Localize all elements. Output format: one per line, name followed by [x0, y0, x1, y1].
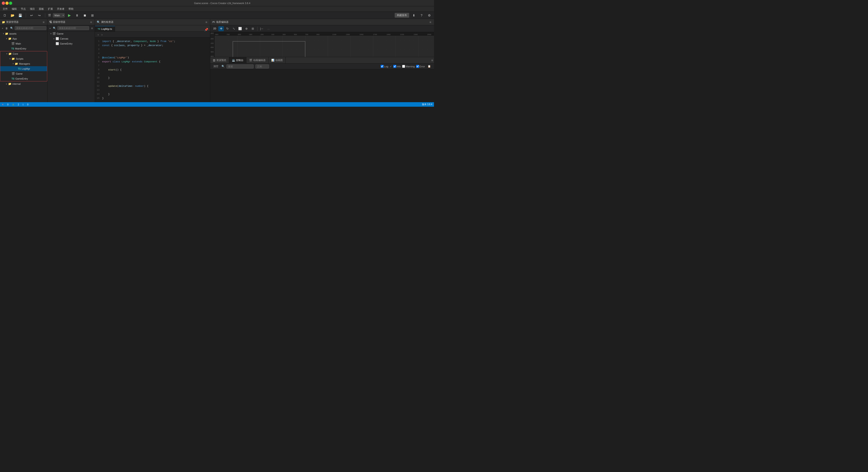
publish-button[interactable]: 构建发布: [395, 13, 409, 18]
warning-filter-item[interactable]: Warning: [402, 65, 415, 68]
menu-extend[interactable]: 扩展: [46, 7, 55, 11]
info-checkbox[interactable]: [393, 65, 396, 68]
console-filter-input[interactable]: [255, 64, 269, 68]
error-filter-item[interactable]: Error: [416, 65, 425, 68]
tree-item-assets[interactable]: ▾ 📁 assets: [0, 31, 47, 36]
hr-n500: -500: [237, 33, 241, 35]
tab-animation[interactable]: 🎬 动画编辑器: [246, 57, 269, 64]
new-scene-button[interactable]: 🗋: [2, 13, 8, 18]
error-filter-label: Error: [420, 65, 425, 68]
asset-panel-menu[interactable]: ≡: [42, 20, 45, 24]
editor-content[interactable]: 1 import { _decorator, Component, Node }…: [95, 37, 210, 102]
transform-tool-button[interactable]: ⊕: [244, 26, 249, 31]
asset-panel-toolbar: + 🗑 🔍 ⊞ ≡: [0, 25, 47, 31]
log-checkbox[interactable]: [381, 65, 383, 68]
move-tool-button[interactable]: ✛: [218, 26, 224, 31]
editor-pin-button[interactable]: 📌: [204, 28, 208, 31]
asset-search-input[interactable]: [15, 26, 46, 30]
tree-item-logmgr[interactable]: ▸ TS LogMgr: [0, 66, 47, 71]
hr-1900: 1900: [386, 33, 391, 35]
tree-item-managers[interactable]: ▾ 📁 Managers: [0, 61, 47, 66]
menu-help[interactable]: 帮助: [67, 7, 75, 11]
app-arrow: ▾: [5, 37, 8, 40]
hierarchy-opts[interactable]: ≡: [90, 27, 94, 30]
stop-button[interactable]: ⏹: [82, 13, 88, 18]
play-button[interactable]: ▶: [66, 13, 72, 18]
undo-button[interactable]: ↩: [29, 13, 35, 18]
anchor-tool-button[interactable]: ⊞: [250, 26, 255, 31]
gameentry-label: GameEntry: [16, 77, 28, 80]
tree-item-core[interactable]: ▾ 📁 Core: [0, 51, 47, 56]
tree-item-app[interactable]: ▾ 📁 App: [0, 36, 47, 41]
menu-panel[interactable]: 面板: [37, 7, 46, 11]
tree-item-mainentry[interactable]: ▸ TS MainEntry: [0, 46, 47, 51]
scene-view[interactable]: -900 -700 -500 -300 -100 100 300 500 700…: [215, 32, 434, 57]
branch-selector[interactable]: Main: [53, 13, 65, 18]
asset-search-toggle[interactable]: 🔍: [9, 26, 14, 30]
tree-item-internal[interactable]: ▸ 📁 internal: [0, 82, 47, 86]
asset-panel-header: 📁 资源管理器 ≡: [0, 19, 47, 25]
console-search-input[interactable]: [226, 64, 254, 68]
tree-item-main[interactable]: ▸ 🎬 Main: [0, 41, 47, 46]
tree-item-gameentry[interactable]: ▸ TS GameEntry: [0, 76, 47, 81]
tree-node-gameentry[interactable]: ▸ ⬜ GameEntry: [48, 41, 95, 46]
settings-button[interactable]: ⚙: [426, 13, 432, 18]
menu-edit[interactable]: 编辑: [10, 7, 19, 11]
tree-item-scripts[interactable]: ▾ 📁 Scripts: [0, 56, 47, 61]
error-checkbox[interactable]: [416, 65, 419, 68]
bottom-panel-menu[interactable]: ≡: [430, 59, 434, 62]
editor-nav-bar: ‹ ›: [95, 32, 210, 37]
warning-checkbox[interactable]: [402, 65, 405, 68]
hr-1700: 1700: [373, 33, 377, 35]
editor-forward-button[interactable]: ›: [101, 33, 103, 36]
close-button[interactable]: [2, 2, 5, 5]
scene-panel-menu[interactable]: ≡: [429, 20, 432, 24]
console-content[interactable]: [210, 69, 434, 102]
console-sep1: 🔍: [221, 65, 225, 68]
asset-delete-button[interactable]: 🗑: [4, 27, 9, 30]
menu-file[interactable]: 文件: [1, 7, 9, 11]
open-button[interactable]: 📂: [9, 13, 16, 18]
tree-node-canvas[interactable]: ▸ ⬜ Canvas: [48, 36, 95, 41]
tab-console[interactable]: 💻 控制台: [229, 57, 246, 64]
log-filter-item[interactable]: Log: [381, 65, 388, 68]
menu-project[interactable]: 项目: [28, 7, 37, 11]
game-label: Game: [16, 72, 23, 75]
help-button[interactable]: ?: [418, 13, 425, 18]
status-warning-icon: ⚠: [12, 103, 14, 106]
maximize-button[interactable]: [9, 2, 12, 5]
menu-developer[interactable]: 开发者: [55, 7, 66, 11]
pause-button[interactable]: ⏸: [74, 13, 80, 18]
info-filter-item[interactable]: Info: [393, 65, 401, 68]
editor-back-button[interactable]: ‹: [97, 33, 100, 36]
hierarchy-add-button[interactable]: +: [49, 27, 52, 30]
hierarchy-search-input[interactable]: [57, 26, 89, 30]
hierarchy-search-toggle[interactable]: 🔍: [52, 26, 57, 30]
tab-timeline[interactable]: 📊 动画图: [269, 57, 286, 64]
tree-item-game[interactable]: ▸ 🎬 Game: [0, 71, 47, 76]
internal-folder-icon: 📁: [8, 82, 11, 86]
editor-tab-logmgr[interactable]: TS LogMgr.ts: [95, 26, 115, 31]
asset-add-button[interactable]: +: [1, 27, 4, 30]
hierarchy-menu[interactable]: ≡: [89, 20, 93, 24]
console-clear-button[interactable]: 清空: [212, 64, 220, 68]
toolbar-right: 构建发布 ⬇ ? ⚙: [395, 13, 432, 18]
download-button[interactable]: ⬇: [411, 13, 417, 18]
menu-node[interactable]: 节点: [19, 7, 28, 11]
editor-panel-menu[interactable]: ≡: [205, 20, 208, 24]
scale-tool-button[interactable]: ⤡: [231, 26, 237, 31]
rotate-tool-button[interactable]: ↻: [225, 26, 230, 31]
rect-tool-button[interactable]: ⬜: [237, 26, 243, 31]
tree-node-game[interactable]: ▾ 🎬 Game: [48, 31, 95, 36]
layout-button[interactable]: ⊞: [90, 13, 95, 18]
game-node-icon: 🎬: [53, 32, 56, 35]
align-button[interactable]: |←: [259, 26, 265, 31]
tab-assets-preview[interactable]: 🖼 资源预览: [210, 57, 229, 64]
save-button[interactable]: 💾: [17, 13, 23, 18]
redo-button[interactable]: ↪: [36, 13, 42, 18]
vr-1200: 1200: [210, 38, 214, 40]
2d-mode-button[interactable]: 2D: [212, 26, 217, 31]
minimize-button[interactable]: [5, 2, 8, 5]
code-line-7: 7: [95, 64, 210, 68]
console-copy-button[interactable]: 📋: [426, 64, 432, 68]
